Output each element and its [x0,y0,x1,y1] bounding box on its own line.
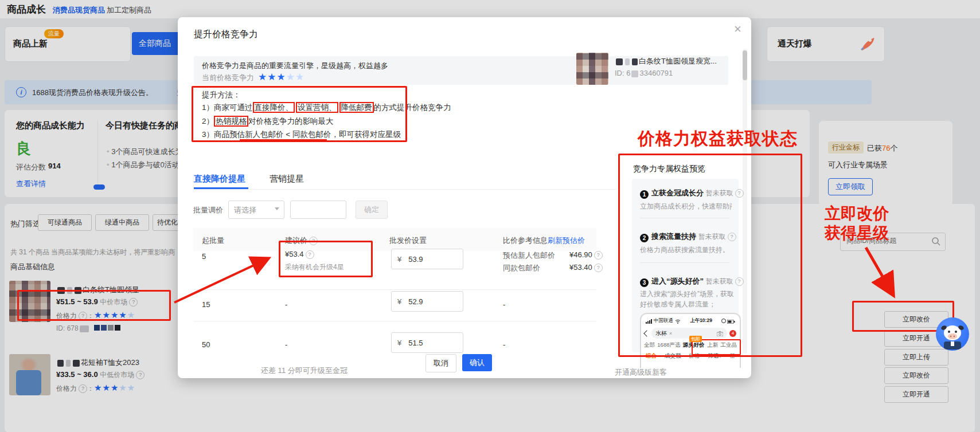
batch-value-input-box[interactable] [290,201,346,219]
annotated-term: 设置营销、 [296,102,338,113]
back-icon[interactable] [643,330,650,336]
row3-price-input-box[interactable]: ¥ [391,332,463,353]
row1-suggest: ¥53.4 [285,250,314,259]
chevron-down-icon [275,207,279,210]
row1-price-input-box[interactable]: ¥ [391,249,463,269]
rights-item-2-desc: 价格力商品获搜索流量扶持。 [640,245,732,255]
row1-ref1-value: ¥46.90 [569,250,603,260]
phone-time: 上午10:29 [690,317,712,324]
tab-marketing[interactable]: 营销提星 [270,174,304,184]
rights-item-1-desc: 立加商品成长积分，快速帮助商品成长为金冠 [640,202,732,211]
annotation-underline [240,139,327,141]
phone-search-query: 水杯 [655,329,667,337]
row2-ref-dash: - [503,300,505,309]
methods-line-2: 2）热销规格对价格竞争力的影响最大 [202,116,334,127]
row1-ref1-label: 预估新人包邮价 [503,250,555,261]
question-icon [735,189,744,198]
location-icon [721,319,726,323]
row3-ref-dash: - [503,340,505,349]
camera-icon[interactable] [717,328,723,339]
annotated-term: 降低邮费 [339,102,374,113]
number-3-icon: 3 [640,278,649,287]
batch-value-input[interactable] [295,204,343,214]
col-compare-info: 比价参考信息 [503,235,548,246]
phone-carrier: 中国联通 [654,317,673,324]
currency-symbol: ¥ [397,339,401,347]
sort-volume[interactable]: 成交额 [665,352,681,360]
clear-icon[interactable]: × [669,331,672,336]
modal-product-image [576,53,608,85]
row3-price-input[interactable] [407,338,450,348]
question-icon [306,250,314,259]
caret-down-icon: ▽ [719,354,721,358]
phone-tab-industrial[interactable]: 工业品 [720,341,737,349]
sort-price[interactable]: 价格 [689,352,700,360]
battery-icon [727,316,735,326]
tab-direct-discount[interactable]: 直接降价提星 [194,174,245,184]
question-icon [728,233,736,241]
rights-item-3-desc: 进入搜索“源头好价”场景，获取好价敏感专属人群流量； [640,289,734,309]
current-power-label: 当前价格竞争力 [202,73,254,83]
current-power-stars: ★★★★★ [258,71,304,83]
phone-tab-all[interactable]: 全部 [644,341,655,349]
modal-scrollbar-thumb[interactable] [743,50,747,80]
row1-suggest-note: 采纳有机会升级4星 [285,262,344,272]
batch-select-value: 请选择 [234,205,256,215]
phone-tab-new[interactable]: 上新 [707,341,718,349]
cow-mascot-icon [936,317,969,351]
col-wholesale-price: 批发价设置 [389,235,427,246]
cancel-button[interactable]: 取消 [425,354,456,372]
rights-item-3-title: 3进入“源头好价” 暂未获取 [640,276,744,287]
modal-product-id: ID: 633460791 [615,69,673,77]
batch-confirm-button[interactable]: 确定 [356,201,388,219]
sticky-upgrade-hint: 还差 11 分即可升级至金冠 [261,366,348,376]
phone-tab-haojia[interactable]: 源头好价 [683,341,705,349]
col-min-qty: 起批量 [202,235,224,246]
signal-icon [646,316,652,326]
row2-suggest-dash: - [285,300,287,309]
confirm-button[interactable]: 确认 [462,354,492,371]
rights-divider [640,218,729,218]
currency-symbol: ¥ [397,255,401,264]
rights-panel-title: 竞争力专属权益预览 [633,164,705,174]
question-icon [309,237,318,245]
question-icon [594,251,603,260]
row2-price-input-box[interactable]: ¥ [391,291,463,312]
sort-filter[interactable]: 筛选▽ [708,352,721,360]
intro-text: 价格竞争力是商品的重要流量引擎，星级越高，权益越多 [202,61,388,71]
refresh-estimate-link[interactable]: 刷新预估价 [548,235,585,246]
rights-item-1-title: 1立获金冠成长分 暂未获取 [640,188,744,199]
row1-qty: 5 [202,252,206,261]
row1-ref2-label: 同款包邮价 [503,263,540,273]
row-divider [193,289,596,290]
phone-status-bar: 中国联通 上午10:29 [641,314,740,326]
question-icon [594,264,603,272]
sticky-premium-hint: 开通高级版新客 [615,367,667,378]
currency-symbol: ¥ [397,297,401,306]
assistant-avatar[interactable] [936,317,969,351]
modal-scrollbar-track[interactable] [743,49,747,354]
annotated-term: 热销规格 [214,116,248,127]
phone-tab-yanxuan[interactable]: 1688严选 [657,341,680,349]
sort-comprehensive[interactable]: 综合 [646,352,657,360]
methods-line-3: 3）商品预估新人包邮价 < 同款包邮价，即可获得对应星级 [202,129,401,140]
modal-product-title: 白条纹T恤圆领显瘦宽... [615,56,740,66]
row1-price-input[interactable] [407,254,450,264]
modal-close-icon[interactable]: × [734,22,741,37]
annotated-term: 直接降价、 [253,102,295,113]
notification-badge: 4 [729,330,736,337]
grid-view-icon[interactable]: 器 [729,352,735,360]
modal-title: 提升价格竞争力 [194,29,258,41]
methods-line-1: 1）商家可通过直接降价、设置营销、降低邮费的方式提升价格竞争力 [202,103,451,113]
wifi-icon [675,316,681,326]
price-table-header: 起批量 建议价 批发价设置 比价参考信息 刷新预估价 [193,228,596,251]
batch-select[interactable]: 请选择 [228,201,284,219]
row-divider [193,321,596,321]
methods-heading: 提升方法： [202,90,241,100]
row3-suggest-dash: - [285,340,287,349]
baoyou-badge: 包邮 [689,336,702,342]
row2-price-input[interactable] [407,297,450,307]
rights-item-2-title: 2搜索流量扶持 暂未获取 [640,231,736,242]
number-2-icon: 2 [640,234,649,242]
tabs-divider [194,189,616,190]
